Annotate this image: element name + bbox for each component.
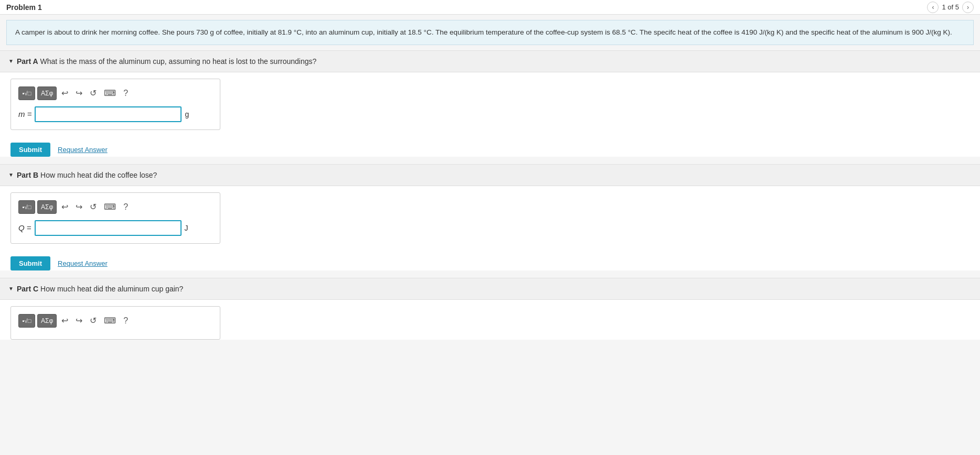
part-a-section: ▼ Part A What is the mass of the aluminu… — [0, 50, 980, 157]
part-c-section: ▼ Part C How much heat did the aluminum … — [0, 278, 980, 340]
part-b-label: Part B How much heat did the coffee lose… — [17, 171, 157, 179]
prev-button[interactable]: ‹ — [927, 2, 939, 13]
problem-description: A camper is about to drink her morning c… — [6, 20, 974, 45]
part-a-submit-button[interactable]: Submit — [10, 143, 50, 157]
part-b-request-answer[interactable]: Request Answer — [58, 259, 108, 267]
problem-count: 1 of 5 — [942, 3, 959, 11]
page-title: Problem 1 — [6, 3, 42, 12]
redo-button[interactable]: ↪ — [73, 86, 85, 100]
symbol-button-c[interactable]: ΑΣφ — [37, 314, 57, 328]
navigation-controls: ‹ 1 of 5 › — [927, 2, 974, 13]
chevron-down-icon-c: ▼ — [8, 286, 14, 291]
part-a-input[interactable] — [35, 106, 182, 122]
part-a-answer-box: ▪√□ ΑΣφ ↩ ↪ ↺ ⌨ ? m = g — [10, 79, 220, 130]
part-b-input[interactable] — [35, 220, 182, 236]
part-a-label: Part A What is the mass of the aluminum … — [17, 57, 316, 66]
part-b-header[interactable]: ▼ Part B How much heat did the coffee lo… — [0, 165, 980, 186]
part-b-input-row: Q = J — [18, 220, 212, 236]
keyboard-button-c[interactable]: ⌨ — [101, 314, 119, 327]
chevron-down-icon: ▼ — [8, 172, 14, 178]
part-c-label: Part C How much heat did the aluminum cu… — [17, 285, 184, 293]
part-a-submit-row: Submit Request Answer — [10, 143, 970, 157]
undo-button-b[interactable]: ↩ — [59, 200, 71, 213]
refresh-button-c[interactable]: ↺ — [87, 314, 99, 327]
symbol-button[interactable]: ΑΣφ — [37, 86, 57, 100]
chevron-down-icon: ▼ — [8, 58, 14, 64]
keyboard-button[interactable]: ⌨ — [101, 86, 119, 100]
part-a-header[interactable]: ▼ Part A What is the mass of the aluminu… — [0, 51, 980, 72]
undo-button[interactable]: ↩ — [59, 86, 71, 100]
part-b-unit: J — [185, 224, 188, 232]
refresh-button-b[interactable]: ↺ — [87, 200, 99, 213]
part-a-unit: g — [185, 110, 189, 118]
redo-button-b[interactable]: ↪ — [73, 200, 85, 213]
part-b-answer-box: ▪√□ ΑΣφ ↩ ↪ ↺ ⌨ ? Q = J — [10, 192, 220, 244]
part-b-submit-button[interactable]: Submit — [10, 256, 50, 270]
part-c-toolbar: ▪√□ ΑΣφ ↩ ↪ ↺ ⌨ ? — [18, 314, 212, 328]
undo-button-c[interactable]: ↩ — [59, 314, 71, 327]
radical-button[interactable]: ▪√□ — [18, 86, 35, 100]
part-a-toolbar: ▪√□ ΑΣφ ↩ ↪ ↺ ⌨ ? — [18, 86, 212, 100]
next-button[interactable]: › — [962, 2, 974, 13]
symbol-button-b[interactable]: ΑΣφ — [37, 200, 57, 214]
keyboard-button-b[interactable]: ⌨ — [101, 200, 119, 213]
radical-button-c[interactable]: ▪√□ — [18, 314, 35, 328]
radical-button-b[interactable]: ▪√□ — [18, 200, 35, 214]
help-button[interactable]: ? — [121, 87, 131, 100]
part-b-toolbar: ▪√□ ΑΣφ ↩ ↪ ↺ ⌨ ? — [18, 200, 212, 214]
part-b-variable-label: Q = — [18, 223, 31, 232]
part-b-submit-row: Submit Request Answer — [10, 256, 970, 270]
part-a-variable-label: m = — [18, 110, 31, 118]
help-button-c[interactable]: ? — [121, 315, 131, 327]
redo-button-c[interactable]: ↪ — [73, 314, 85, 327]
part-a-input-row: m = g — [18, 106, 212, 122]
part-a-request-answer[interactable]: Request Answer — [58, 146, 108, 154]
refresh-button[interactable]: ↺ — [87, 86, 99, 100]
part-b-section: ▼ Part B How much heat did the coffee lo… — [0, 164, 980, 270]
part-c-answer-box: ▪√□ ΑΣφ ↩ ↪ ↺ ⌨ ? — [10, 306, 220, 340]
help-button-b[interactable]: ? — [121, 201, 131, 213]
part-c-header[interactable]: ▼ Part C How much heat did the aluminum … — [0, 278, 980, 300]
